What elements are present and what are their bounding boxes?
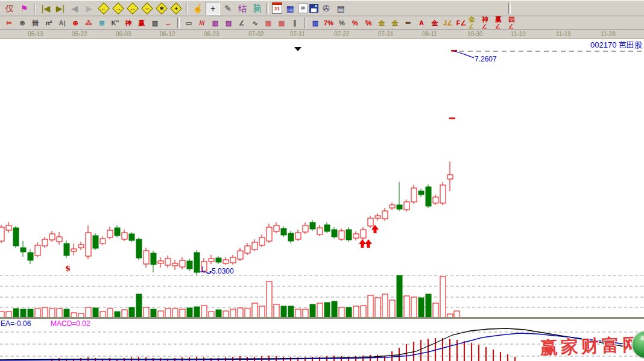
buy-arrow-marker [365,239,372,248]
percent-icon[interactable]: % [336,17,348,28]
scroll-triangle-marker [294,47,301,51]
axis-tick-label: 07-02 [248,31,264,37]
grid-red-icon[interactable]: ▦ [262,17,274,28]
rect-handles-icon[interactable]: ▭ [183,17,195,28]
n-squared-icon[interactable]: n² [43,17,55,28]
macd-value-label: MACD=0.02 [51,319,90,328]
toolbar-separator [304,17,306,28]
notepad-icon[interactable]: ≣ [298,4,308,13]
flag-chart-icon[interactable]: ⚑ [17,2,31,14]
axis-tick-label: 06-03 [116,31,131,37]
shen-grid-icon[interactable]: 神 [122,17,134,28]
angle-shen-icon[interactable]: 神∠ [482,17,494,28]
dot-burst-icon[interactable]: ⁂ [83,17,95,28]
seven-percent-icon[interactable]: 7% [323,17,335,28]
main-toolbar: 仅⚑|◀▶|◀▶←→↔⇔∗＋☝+✎结脑21▦≣✇▤ [0,0,644,16]
toolbar-separator [508,3,511,14]
system-clock-icon[interactable]: ✇ [320,2,333,14]
pan-right-icon[interactable]: → [112,2,125,14]
angle-ying-icon[interactable]: 赢∠ [495,17,507,28]
hand-tool-icon[interactable]: ☝ [191,2,204,14]
tally-ruler-icon[interactable]: 卌 [30,17,42,28]
axis-tick-label: 11-28 [601,31,616,37]
fraction-tool-icon[interactable]: ⅚ [362,17,374,28]
axis-tick-label: 07-11 [290,31,305,37]
axis-tick-label: 11-10 [511,31,526,37]
save-icon[interactable] [309,4,318,13]
pane-separator [0,317,644,319]
gold-lines-icon[interactable]: 金 [389,17,401,28]
mirror-A-icon[interactable]: A| [56,17,68,28]
date-axis[interactable]: 05-1305-2206-0306-1206-2307-0207-1107-22… [0,30,644,39]
axis-tick-label: 11-19 [556,31,571,37]
axis-tick-label: 06-12 [160,31,175,37]
toolbar-separator [177,17,180,28]
low-price-label: -5.0300 [209,267,234,275]
gann-fan-icon[interactable]: /// [196,17,208,28]
jump-first-icon[interactable]: |◀ [39,2,52,14]
compress-horizontal-icon[interactable]: ⇔ [140,2,154,14]
gold-underline-icon[interactable]: 金 [429,17,441,28]
gann-square-fan-icon[interactable]: ▧ [223,17,235,28]
stock-code-label: 002170 芭田股 [590,40,642,51]
ruler-123-icon[interactable]: ▥ [149,17,161,28]
pan-left-icon[interactable]: ← [97,2,110,14]
percent-line-icon[interactable]: % [349,17,361,28]
toolbar-separator [34,3,36,14]
dea-value-label: EA=-0.06 [1,319,31,328]
calculator-icon[interactable]: ▦ [283,2,297,14]
price-level-label: 7.2607 [475,55,497,63]
axis-tick-label: 07-22 [334,31,350,37]
grid-corner-icon[interactable]: ▩ [276,17,288,28]
axis-tick-label: 06-23 [204,31,219,37]
axis-tick-label: 08-11 [422,31,437,37]
wave-A-icon[interactable]: A [415,17,428,28]
angle-F-icon[interactable]: F∠ [455,17,467,28]
crosshair-tool-icon[interactable]: + [206,2,220,15]
compress-all-icon[interactable]: ∗ [155,2,168,14]
axis-tick-label: 05-22 [72,31,87,37]
toolbar-spacer [348,8,506,8]
axis-tick-label: 05-13 [28,31,43,37]
step-back-icon[interactable]: ◀ [68,2,81,14]
locked-trendline-icon[interactable]: ✎ [221,2,235,14]
price-chart-canvas[interactable] [0,39,644,361]
ying-box-icon[interactable]: 赢 [136,17,148,28]
step-forward-icon[interactable]: ▶ [83,2,96,14]
axis-tick-label: 10-30 [467,31,483,37]
zigzag-icon[interactable]: ∿ [249,17,261,28]
fib-columns-icon[interactable]: ▥ [309,17,321,28]
k-mark-icon[interactable]: K" [109,17,121,28]
axis-tick-label: 07-31 [378,31,394,37]
red-crosshair-icon[interactable]: ⊕ [69,17,81,28]
calendar-icon[interactable]: 21 [272,2,282,14]
dollar-marker: $ [65,264,71,273]
app-seal-icon[interactable]: 仅 [3,2,16,14]
printer-icon[interactable]: ▤ [334,2,347,14]
annotations-layer [200,47,474,274]
buy-arrow-marker [359,239,366,248]
volume-layer [0,275,459,318]
red-seal-icon[interactable]: ✂ [3,17,15,28]
width-span-icon[interactable]: ↔ [162,17,174,28]
jump-last-icon[interactable]: ▶| [54,2,67,14]
candles-layer [0,162,453,275]
knot-tool-icon[interactable]: 结 [236,2,249,14]
grid-crosshair-icon[interactable]: ⊞ [96,17,108,28]
gold-circle-icon[interactable]: 金 [376,17,388,28]
trend-rays-icon[interactable]: ∠ [236,17,248,28]
candle-brush-icon[interactable]: ✏ [402,17,414,28]
toolbar-separator [267,3,269,14]
expand-all-icon[interactable]: ＋ [169,2,183,14]
angle-J-icon[interactable]: J∠ [442,17,454,28]
drawing-toolbar: ✂⊛卌n²A|⊕⁂⊞K"神赢▥↔▭///▨▧∠∿▦▩∥▥7%%%⅚金金✏A金J∠… [0,16,644,30]
watermark: 赢家财富网 [540,333,643,360]
zoom-horizontal-icon[interactable]: ↔ [126,2,139,14]
gann-box-icon[interactable]: ▨ [209,17,221,28]
brain-tool-icon[interactable]: 脑 [250,2,264,14]
chart-area[interactable]: 002170 芭田股 7.2607 -5.0300 $ EA=-0.06 MAC… [0,39,644,361]
angle-gold-icon[interactable]: 金∠ [469,17,481,28]
parallel-lines-icon[interactable]: ∥ [289,17,301,28]
cycle-circle-icon[interactable]: ⊛ [16,17,28,28]
angle-si-icon[interactable]: 四∠ [508,17,520,28]
